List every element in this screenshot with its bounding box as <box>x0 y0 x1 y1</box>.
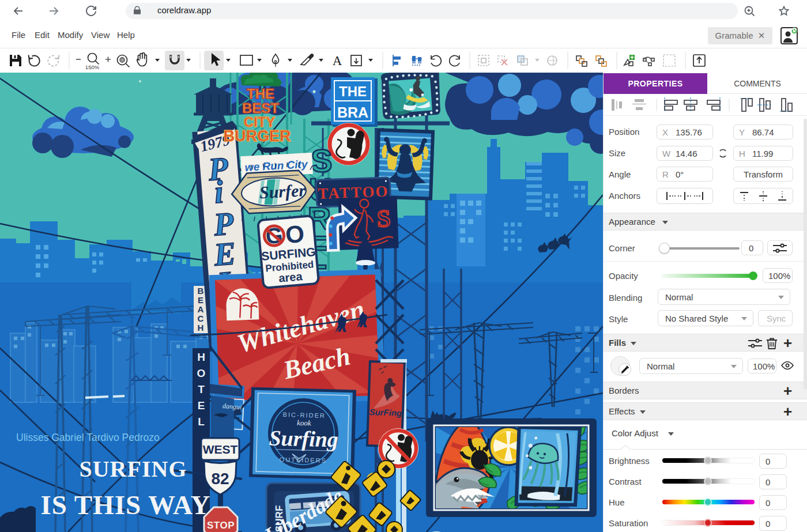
svg-text:Surfer: Surfer <box>259 180 306 202</box>
svg-text:A: A <box>333 54 342 68</box>
svg-text:82: 82 <box>211 470 229 488</box>
svg-text:IS THIS WAY: IS THIS WAY <box>41 490 211 520</box>
svg-text:T: T <box>198 383 205 395</box>
svg-text:°: ° <box>646 61 648 66</box>
svg-text:SurFing: SurFing <box>369 407 402 418</box>
svg-text:THE: THE <box>339 84 367 99</box>
svg-text:dangui: dangui <box>223 402 242 411</box>
svg-text:E: E <box>198 295 203 305</box>
svg-text:150%: 150% <box>85 64 100 70</box>
svg-text:WEST: WEST <box>203 443 238 456</box>
svg-text:O: O <box>284 220 306 249</box>
svg-text:BEST: BEST <box>242 100 279 116</box>
svg-text:S: S <box>376 205 391 232</box>
svg-text:BIC-RIDER: BIC-RIDER <box>283 411 326 419</box>
svg-text:E: E <box>198 399 205 412</box>
svg-text:B: B <box>198 286 204 296</box>
svg-text:Surfing: Surfing <box>269 425 338 451</box>
svg-text:O: O <box>197 367 206 379</box>
svg-text:STOP: STOP <box>207 520 235 531</box>
svg-text:area: area <box>278 270 303 285</box>
svg-text:THE: THE <box>247 86 274 101</box>
svg-text:C: C <box>198 314 204 323</box>
svg-text:L: L <box>198 416 205 428</box>
svg-text:SURFING: SURFING <box>79 456 187 482</box>
svg-text:H: H <box>197 351 205 363</box>
svg-text:A: A <box>198 304 204 314</box>
svg-text:BRA: BRA <box>337 104 368 120</box>
svg-text:Ulisses Gabriel Tardivo Pedroz: Ulisses Gabriel Tardivo Pedrozo <box>16 432 160 443</box>
svg-text:H: H <box>198 323 204 333</box>
svg-text:BURGER: BURGER <box>223 127 291 145</box>
